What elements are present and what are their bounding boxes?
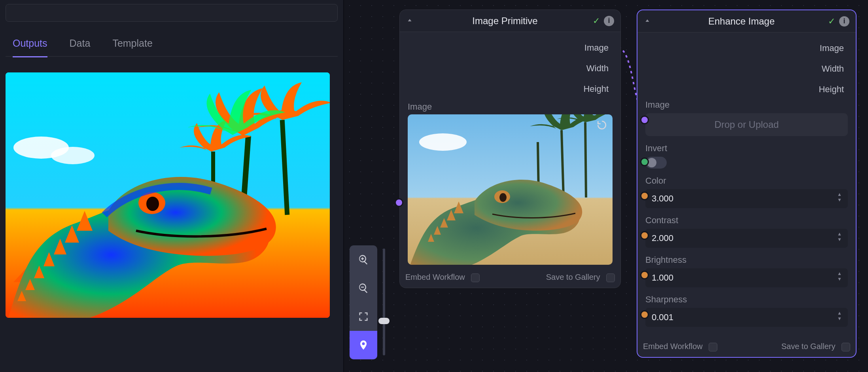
collapse-icon[interactable] (644, 17, 655, 26)
color-value: 3.000 (652, 194, 673, 204)
side-panel: Outputs Data Template (0, 0, 344, 372)
tab-outputs[interactable]: Outputs (13, 38, 47, 57)
save-gallery-label: Save to Gallery (546, 273, 600, 281)
node-title: Image Primitive (417, 15, 593, 27)
input-port-brightness[interactable] (640, 271, 649, 279)
sharpness-field-label: Sharpness (645, 294, 848, 305)
zoom-slider[interactable] (383, 249, 385, 355)
node-header: Enhance Image ✓ i (637, 10, 856, 32)
image-field-label: Image (645, 100, 848, 110)
search-input[interactable] (6, 4, 338, 22)
info-icon[interactable]: i (604, 16, 614, 26)
stepper-down-icon[interactable]: ▼ (834, 316, 845, 321)
svg-point-8 (146, 197, 159, 211)
status-check-icon: ✓ (828, 16, 835, 27)
input-port-image[interactable] (640, 116, 649, 124)
zoom-in-button[interactable] (350, 245, 377, 274)
zoom-slider-thumb[interactable] (378, 318, 390, 324)
sharpness-input[interactable]: 0.001 ▲▼ (645, 308, 848, 327)
brightness-value: 1.000 (652, 273, 673, 283)
svg-line-12 (585, 122, 586, 197)
reset-image-icon[interactable] (595, 118, 609, 132)
save-gallery-label: Save to Gallery (781, 342, 836, 351)
embed-workflow-checkbox[interactable] (709, 343, 717, 351)
info-icon[interactable]: i (839, 16, 849, 27)
output-image-label: Image (408, 38, 613, 58)
node-image-thumbnail[interactable] (408, 114, 613, 265)
embed-workflow-checkbox[interactable] (471, 273, 480, 282)
location-pin-button[interactable] (350, 331, 377, 359)
tab-data[interactable]: Data (70, 38, 91, 51)
output-image-label: Image (645, 38, 848, 59)
svg-point-10 (419, 133, 467, 151)
color-field-label: Color (645, 176, 848, 186)
stepper-down-icon[interactable]: ▼ (834, 197, 845, 203)
node-title: Enhance Image (655, 16, 828, 27)
fit-screen-button[interactable] (350, 302, 377, 331)
brightness-input[interactable]: 1.000 ▲▼ (645, 268, 848, 287)
output-height-label: Height (408, 79, 613, 99)
node-image-primitive[interactable]: Image Primitive ✓ i Image Width Height I… (399, 9, 621, 288)
invert-field-label: Invert (645, 143, 848, 154)
embed-workflow-label: Embed Workflow (643, 342, 703, 351)
input-port-invert[interactable] (640, 158, 649, 166)
node-enhance-image[interactable]: Enhance Image ✓ i Image Width Height Ima… (637, 9, 857, 358)
svg-point-2 (51, 147, 95, 164)
contrast-input[interactable]: 2.000 ▲▼ (645, 229, 848, 248)
color-input[interactable]: 3.000 ▲▼ (645, 189, 848, 208)
node-header: Image Primitive ✓ i (400, 10, 620, 32)
svg-point-15 (499, 193, 507, 202)
input-port-contrast[interactable] (640, 231, 649, 240)
stepper-down-icon[interactable]: ▼ (834, 237, 845, 242)
embed-workflow-label: Embed Workflow (405, 273, 465, 281)
image-dropzone[interactable]: Drop or Upload (645, 113, 848, 136)
collapse-icon[interactable] (406, 17, 417, 25)
brightness-field-label: Brightness (645, 255, 848, 265)
zoom-out-button[interactable] (350, 274, 377, 302)
output-width-label: Width (645, 59, 848, 79)
canvas-toolbar (350, 245, 377, 359)
image-field-label: Image (408, 102, 613, 112)
panel-tabs: Outputs Data Template (6, 38, 338, 57)
input-port-color[interactable] (640, 192, 649, 200)
node-canvas[interactable]: Image Primitive ✓ i Image Width Height I… (344, 0, 868, 372)
status-check-icon: ✓ (593, 16, 600, 26)
save-gallery-checkbox[interactable] (842, 343, 850, 351)
node-footer: Embed Workflow Save to Gallery (400, 267, 620, 288)
contrast-value: 2.000 (652, 233, 673, 243)
stepper-up-icon[interactable]: ▲ (834, 310, 845, 316)
output-image-preview[interactable] (6, 72, 330, 318)
input-port-sharpness[interactable] (640, 310, 649, 319)
stepper-down-icon[interactable]: ▼ (834, 276, 845, 282)
save-gallery-checkbox[interactable] (606, 273, 615, 282)
tab-template[interactable]: Template (112, 38, 152, 51)
stepper-up-icon[interactable]: ▲ (834, 192, 845, 197)
input-port-image[interactable] (395, 198, 403, 207)
contrast-field-label: Contrast (645, 215, 848, 226)
output-height-label: Height (645, 79, 848, 100)
stepper-up-icon[interactable]: ▲ (834, 271, 845, 276)
sharpness-value: 0.001 (652, 312, 673, 323)
node-footer: Embed Workflow Save to Gallery (637, 336, 856, 357)
stepper-up-icon[interactable]: ▲ (834, 231, 845, 237)
output-width-label: Width (408, 58, 613, 79)
